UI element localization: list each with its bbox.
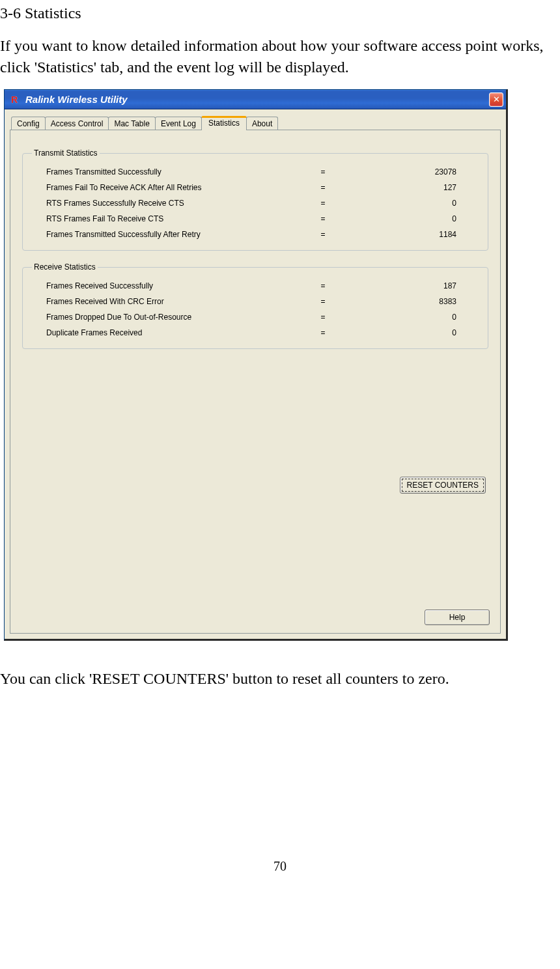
stat-eq: = bbox=[281, 214, 365, 223]
stat-value: 1184 bbox=[365, 230, 456, 239]
transmit-legend: Transmit Statistics bbox=[32, 148, 100, 158]
stat-value: 8383 bbox=[365, 297, 456, 306]
tab-about[interactable]: About bbox=[246, 117, 278, 130]
stat-value: 0 bbox=[365, 214, 456, 223]
stat-label: Frames Transmitted Successfully bbox=[46, 167, 281, 176]
stat-label: Frames Dropped Due To Out-of-Resource bbox=[46, 313, 281, 322]
tab-panel: Transmit Statistics Frames Transmitted S… bbox=[10, 130, 501, 634]
stat-row: Frames Dropped Due To Out-of-Resource = … bbox=[32, 309, 479, 325]
stat-eq: = bbox=[281, 183, 365, 192]
stat-label: Frames Received Successfully bbox=[46, 281, 281, 290]
close-icon[interactable]: ✕ bbox=[489, 92, 503, 107]
stat-value: 23078 bbox=[365, 167, 456, 176]
stat-label: Frames Received With CRC Error bbox=[46, 297, 281, 306]
stat-eq: = bbox=[281, 313, 365, 322]
titlebar: R Ralink Wireless Utility ✕ bbox=[5, 90, 506, 109]
help-button[interactable]: Help bbox=[425, 610, 490, 625]
stat-label: Duplicate Frames Received bbox=[46, 328, 281, 337]
stat-value: 0 bbox=[365, 328, 456, 337]
app-window: R Ralink Wireless Utility ✕ Config Acces… bbox=[4, 89, 508, 641]
stat-label: RTS Frames Successfully Receive CTS bbox=[46, 199, 281, 208]
tab-event-log[interactable]: Event Log bbox=[155, 117, 202, 130]
section-heading: 3-6 Statistics bbox=[0, 3, 560, 23]
tab-config[interactable]: Config bbox=[11, 117, 46, 130]
stat-label: Frames Fail To Receive ACK After All Ret… bbox=[46, 183, 281, 192]
stat-row: Frames Transmitted Successfully After Re… bbox=[32, 227, 479, 242]
page-number: 70 bbox=[0, 859, 560, 874]
transmit-group: Transmit Statistics Frames Transmitted S… bbox=[22, 148, 488, 251]
tabstrip: Config Access Control Mac Table Event Lo… bbox=[10, 116, 501, 130]
stat-eq: = bbox=[281, 281, 365, 290]
stat-label: Frames Transmitted Successfully After Re… bbox=[46, 230, 281, 239]
tab-access-control[interactable]: Access Control bbox=[45, 117, 109, 130]
stat-eq: = bbox=[281, 297, 365, 306]
stat-row: Frames Received Successfully = 187 bbox=[32, 278, 479, 294]
stat-value: 0 bbox=[365, 313, 456, 322]
stat-eq: = bbox=[281, 328, 365, 337]
stat-value: 0 bbox=[365, 199, 456, 208]
stat-value: 127 bbox=[365, 183, 456, 192]
stat-row: Duplicate Frames Received = 0 bbox=[32, 325, 479, 341]
stat-row: Frames Transmitted Successfully = 23078 bbox=[32, 164, 479, 180]
tab-mac-table[interactable]: Mac Table bbox=[108, 117, 155, 130]
stat-row: RTS Frames Successfully Receive CTS = 0 bbox=[32, 195, 479, 211]
intro-paragraph: If you want to know detailed information… bbox=[0, 35, 560, 77]
stat-label: RTS Frames Fail To Receive CTS bbox=[46, 214, 281, 223]
reset-counters-button[interactable]: RESET COUNTERS bbox=[400, 477, 486, 494]
outro-paragraph: You can click 'RESET COUNTERS' button to… bbox=[0, 668, 560, 689]
receive-legend: Receive Statistics bbox=[32, 262, 98, 272]
stat-row: Frames Received With CRC Error = 8383 bbox=[32, 294, 479, 309]
app-icon: R bbox=[11, 94, 21, 105]
client-area: Config Access Control Mac Table Event Lo… bbox=[5, 109, 506, 639]
stat-value: 187 bbox=[365, 281, 456, 290]
tab-statistics[interactable]: Statistics bbox=[201, 116, 247, 130]
receive-group: Receive Statistics Frames Received Succe… bbox=[22, 262, 488, 349]
window-title: Ralink Wireless Utility bbox=[25, 94, 489, 105]
stat-row: Frames Fail To Receive ACK After All Ret… bbox=[32, 180, 479, 195]
stat-row: RTS Frames Fail To Receive CTS = 0 bbox=[32, 211, 479, 227]
stat-eq: = bbox=[281, 167, 365, 176]
stat-eq: = bbox=[281, 199, 365, 208]
stat-eq: = bbox=[281, 230, 365, 239]
